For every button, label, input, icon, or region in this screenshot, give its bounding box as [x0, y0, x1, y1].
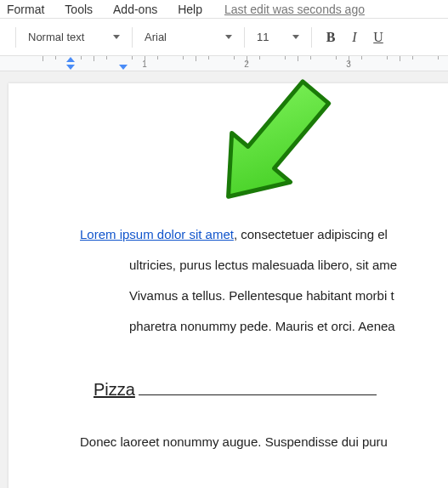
ruler-tick: [81, 56, 82, 60]
horizontal-ruler[interactable]: 1 2 3 4: [0, 56, 448, 71]
ruler-tick: [43, 56, 43, 61]
paragraph-style-label: Normal text: [28, 31, 84, 43]
ruler-tick: [234, 56, 235, 60]
font-size-label: 11: [257, 31, 269, 43]
underline-button[interactable]: U: [366, 26, 390, 49]
italic-button[interactable]: I: [343, 26, 366, 49]
toolbar-separator: [132, 27, 133, 48]
body-text[interactable]: Vivamus a tellus. Pellentesque habitant …: [80, 281, 448, 311]
ruler-tick: [247, 56, 247, 63]
ruler-tick: [208, 56, 209, 60]
ruler-tick: [145, 56, 145, 63]
body-text[interactable]: pharetra nonummy pede. Mauris et orci. A…: [80, 311, 448, 342]
ruler-tick: [361, 56, 362, 60]
ruler-tick: [55, 56, 56, 60]
chevron-down-icon: [292, 35, 299, 39]
menu-bar: Format Tools Add-ons Help Last edit was …: [0, 0, 448, 19]
ruler-tick: [349, 56, 349, 63]
toolbar: Normal text Arial 11 B I U: [0, 19, 448, 56]
body-text[interactable]: , consectetuer adipiscing el: [234, 227, 388, 241]
toolbar-separator: [244, 27, 245, 48]
paragraph-style-dropdown[interactable]: Normal text: [23, 27, 125, 47]
menu-format[interactable]: Format: [3, 1, 48, 18]
ruler-tick: [412, 56, 413, 60]
ruler-tick: [259, 56, 260, 60]
hanging-indent-marker[interactable]: [119, 65, 128, 70]
underlined-heading-row[interactable]: Pizza: [80, 369, 448, 410]
toolbar-separator: [311, 27, 312, 48]
hyperlink[interactable]: Lorem ipsum dolor sit amet: [80, 227, 234, 241]
ruler-tick: [438, 56, 439, 60]
ruler-tick: [285, 56, 286, 60]
toolbar-separator: [15, 27, 16, 48]
ruler-tick: [196, 56, 196, 61]
font-family-label: Arial: [145, 31, 167, 43]
ruler-tick: [298, 56, 298, 61]
chevron-down-icon: [113, 35, 120, 39]
ruler-tick: [336, 56, 337, 60]
ruler-tick: [106, 56, 107, 60]
ruler-tick: [157, 56, 158, 60]
ruler-tick: [94, 56, 94, 61]
ruler-tick: [400, 56, 400, 61]
last-edit-link[interactable]: Last edit was seconds ago: [224, 3, 365, 16]
paragraph[interactable]: Lorem ipsum dolor sit amet, consectetuer…: [80, 219, 448, 250]
underline-rule: [139, 394, 377, 395]
paragraph[interactable]: Donec laoreet nonummy augue. Suspendisse…: [80, 427, 448, 457]
font-family-dropdown[interactable]: Arial: [139, 27, 237, 47]
ruler-tick: [132, 56, 133, 60]
ruler-tick: [183, 56, 184, 60]
menu-tools[interactable]: Tools: [61, 1, 96, 18]
ruler-tick: [387, 56, 388, 60]
chevron-down-icon: [225, 35, 232, 39]
first-line-indent-marker[interactable]: [66, 57, 75, 62]
left-indent-marker[interactable]: [66, 65, 75, 70]
underlined-text[interactable]: Pizza: [80, 369, 139, 410]
body-text[interactable]: ultricies, purus lectus malesuada libero…: [80, 250, 448, 281]
font-size-dropdown[interactable]: 11: [252, 27, 304, 47]
menu-help[interactable]: Help: [174, 1, 206, 18]
ruler-tick: [310, 56, 311, 60]
menu-addons[interactable]: Add-ons: [110, 1, 161, 18]
document-page[interactable]: Lorem ipsum dolor sit amet, consectetuer…: [9, 83, 448, 488]
document-workspace: Lorem ipsum dolor sit amet, consectetuer…: [0, 71, 448, 488]
bold-button[interactable]: B: [319, 26, 343, 49]
